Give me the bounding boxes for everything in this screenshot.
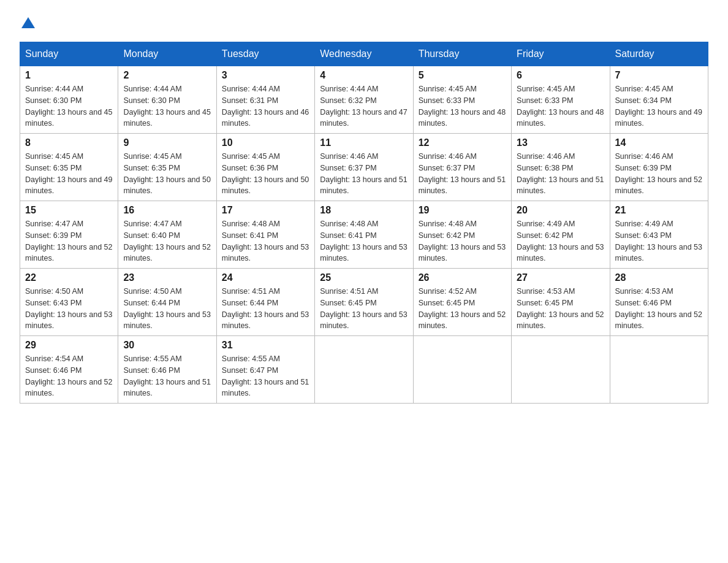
day-number: 17 — [222, 205, 309, 216]
day-number: 11 — [320, 137, 408, 148]
calendar-cell: 11Sunrise: 4:46 AMSunset: 6:37 PMDayligh… — [315, 134, 413, 201]
day-info: Sunrise: 4:54 AMSunset: 6:46 PMDaylight:… — [25, 353, 113, 399]
calendar-cell: 18Sunrise: 4:48 AMSunset: 6:41 PMDayligh… — [315, 201, 413, 269]
day-number: 20 — [517, 205, 604, 216]
day-info: Sunrise: 4:48 AMSunset: 6:42 PMDaylight:… — [419, 218, 506, 264]
day-info: Sunrise: 4:44 AMSunset: 6:30 PMDaylight:… — [123, 83, 211, 129]
day-info: Sunrise: 4:44 AMSunset: 6:31 PMDaylight:… — [222, 83, 309, 129]
weekday-header-thursday: Thursday — [413, 42, 511, 66]
logo-triangle-icon — [21, 16, 35, 29]
day-number: 9 — [123, 137, 211, 148]
calendar-cell — [315, 336, 413, 404]
day-number: 26 — [419, 272, 506, 283]
day-number: 4 — [320, 70, 408, 81]
calendar-cell: 22Sunrise: 4:50 AMSunset: 6:43 PMDayligh… — [20, 269, 118, 336]
weekday-header-wednesday: Wednesday — [315, 42, 413, 66]
calendar-cell: 2Sunrise: 4:44 AMSunset: 6:30 PMDaylight… — [118, 66, 216, 134]
calendar-cell — [610, 336, 708, 404]
calendar-cell: 25Sunrise: 4:51 AMSunset: 6:45 PMDayligh… — [315, 269, 413, 336]
calendar-cell: 23Sunrise: 4:50 AMSunset: 6:44 PMDayligh… — [118, 269, 216, 336]
day-info: Sunrise: 4:50 AMSunset: 6:43 PMDaylight:… — [25, 286, 113, 332]
day-number: 7 — [615, 70, 703, 81]
day-number: 10 — [222, 137, 309, 148]
day-number: 28 — [615, 272, 703, 283]
day-info: Sunrise: 4:45 AMSunset: 6:34 PMDaylight:… — [615, 83, 703, 129]
day-number: 3 — [222, 70, 309, 81]
day-number: 30 — [123, 340, 211, 351]
calendar-week-row: 15Sunrise: 4:47 AMSunset: 6:39 PMDayligh… — [20, 201, 708, 269]
calendar-cell: 17Sunrise: 4:48 AMSunset: 6:41 PMDayligh… — [216, 201, 314, 269]
day-number: 15 — [25, 205, 113, 216]
day-number: 21 — [615, 205, 703, 216]
day-info: Sunrise: 4:46 AMSunset: 6:37 PMDaylight:… — [320, 151, 408, 197]
calendar-cell: 21Sunrise: 4:49 AMSunset: 6:43 PMDayligh… — [610, 201, 708, 269]
calendar-cell: 3Sunrise: 4:44 AMSunset: 6:31 PMDaylight… — [216, 66, 314, 134]
calendar-week-row: 29Sunrise: 4:54 AMSunset: 6:46 PMDayligh… — [20, 336, 708, 404]
day-info: Sunrise: 4:45 AMSunset: 6:35 PMDaylight:… — [123, 151, 211, 197]
day-info: Sunrise: 4:45 AMSunset: 6:36 PMDaylight:… — [222, 151, 309, 197]
calendar-cell: 4Sunrise: 4:44 AMSunset: 6:32 PMDaylight… — [315, 66, 413, 134]
day-info: Sunrise: 4:44 AMSunset: 6:32 PMDaylight:… — [320, 83, 408, 129]
weekday-header-monday: Monday — [118, 42, 216, 66]
calendar-week-row: 1Sunrise: 4:44 AMSunset: 6:30 PMDaylight… — [20, 66, 708, 134]
calendar-cell: 27Sunrise: 4:53 AMSunset: 6:45 PMDayligh… — [512, 269, 610, 336]
day-info: Sunrise: 4:48 AMSunset: 6:41 PMDaylight:… — [320, 218, 408, 264]
calendar-cell: 30Sunrise: 4:55 AMSunset: 6:46 PMDayligh… — [118, 336, 216, 404]
weekday-header-saturday: Saturday — [610, 42, 708, 66]
calendar-cell: 24Sunrise: 4:51 AMSunset: 6:44 PMDayligh… — [216, 269, 314, 336]
day-info: Sunrise: 4:51 AMSunset: 6:45 PMDaylight:… — [320, 286, 408, 332]
calendar-cell: 8Sunrise: 4:45 AMSunset: 6:35 PMDaylight… — [20, 134, 118, 201]
day-info: Sunrise: 4:48 AMSunset: 6:41 PMDaylight:… — [222, 218, 309, 264]
day-number: 12 — [419, 137, 506, 148]
calendar-cell — [512, 336, 610, 404]
day-number: 6 — [517, 70, 604, 81]
calendar-cell: 6Sunrise: 4:45 AMSunset: 6:33 PMDaylight… — [512, 66, 610, 134]
day-info: Sunrise: 4:45 AMSunset: 6:35 PMDaylight:… — [25, 151, 113, 197]
calendar-cell: 29Sunrise: 4:54 AMSunset: 6:46 PMDayligh… — [20, 336, 118, 404]
day-number: 24 — [222, 272, 309, 283]
day-number: 5 — [419, 70, 506, 81]
calendar-cell: 26Sunrise: 4:52 AMSunset: 6:45 PMDayligh… — [413, 269, 511, 336]
day-number: 16 — [123, 205, 211, 216]
calendar-cell: 10Sunrise: 4:45 AMSunset: 6:36 PMDayligh… — [216, 134, 314, 201]
calendar-cell: 14Sunrise: 4:46 AMSunset: 6:39 PMDayligh… — [610, 134, 708, 201]
day-number: 18 — [320, 205, 408, 216]
day-info: Sunrise: 4:55 AMSunset: 6:46 PMDaylight:… — [123, 353, 211, 399]
calendar-cell: 7Sunrise: 4:45 AMSunset: 6:34 PMDaylight… — [610, 66, 708, 134]
calendar-table: SundayMondayTuesdayWednesdayThursdayFrid… — [20, 42, 708, 404]
day-number: 29 — [25, 340, 113, 351]
day-info: Sunrise: 4:53 AMSunset: 6:45 PMDaylight:… — [517, 286, 604, 332]
calendar-week-row: 22Sunrise: 4:50 AMSunset: 6:43 PMDayligh… — [20, 269, 708, 336]
day-info: Sunrise: 4:53 AMSunset: 6:46 PMDaylight:… — [615, 286, 703, 332]
day-number: 19 — [419, 205, 506, 216]
calendar-cell: 1Sunrise: 4:44 AMSunset: 6:30 PMDaylight… — [20, 66, 118, 134]
weekday-header-friday: Friday — [512, 42, 610, 66]
day-number: 13 — [517, 137, 604, 148]
calendar-cell: 12Sunrise: 4:46 AMSunset: 6:37 PMDayligh… — [413, 134, 511, 201]
day-number: 1 — [25, 70, 113, 81]
day-number: 14 — [615, 137, 703, 148]
weekday-header-tuesday: Tuesday — [216, 42, 314, 66]
day-info: Sunrise: 4:49 AMSunset: 6:42 PMDaylight:… — [517, 218, 604, 264]
day-info: Sunrise: 4:46 AMSunset: 6:37 PMDaylight:… — [419, 151, 506, 197]
day-number: 22 — [25, 272, 113, 283]
day-number: 25 — [320, 272, 408, 283]
day-info: Sunrise: 4:49 AMSunset: 6:43 PMDaylight:… — [615, 218, 703, 264]
day-info: Sunrise: 4:45 AMSunset: 6:33 PMDaylight:… — [517, 83, 604, 129]
page-header — [20, 15, 708, 29]
calendar-cell: 20Sunrise: 4:49 AMSunset: 6:42 PMDayligh… — [512, 201, 610, 269]
calendar-cell: 16Sunrise: 4:47 AMSunset: 6:40 PMDayligh… — [118, 201, 216, 269]
day-number: 8 — [25, 137, 113, 148]
weekday-header-row: SundayMondayTuesdayWednesdayThursdayFrid… — [20, 42, 708, 66]
day-info: Sunrise: 4:44 AMSunset: 6:30 PMDaylight:… — [25, 83, 113, 129]
logo — [20, 15, 35, 29]
calendar-week-row: 8Sunrise: 4:45 AMSunset: 6:35 PMDaylight… — [20, 134, 708, 201]
calendar-cell: 19Sunrise: 4:48 AMSunset: 6:42 PMDayligh… — [413, 201, 511, 269]
day-number: 2 — [123, 70, 211, 81]
calendar-cell: 13Sunrise: 4:46 AMSunset: 6:38 PMDayligh… — [512, 134, 610, 201]
calendar-cell: 5Sunrise: 4:45 AMSunset: 6:33 PMDaylight… — [413, 66, 511, 134]
calendar-cell: 28Sunrise: 4:53 AMSunset: 6:46 PMDayligh… — [610, 269, 708, 336]
day-number: 31 — [222, 340, 309, 351]
day-info: Sunrise: 4:52 AMSunset: 6:45 PMDaylight:… — [419, 286, 506, 332]
day-info: Sunrise: 4:45 AMSunset: 6:33 PMDaylight:… — [419, 83, 506, 129]
